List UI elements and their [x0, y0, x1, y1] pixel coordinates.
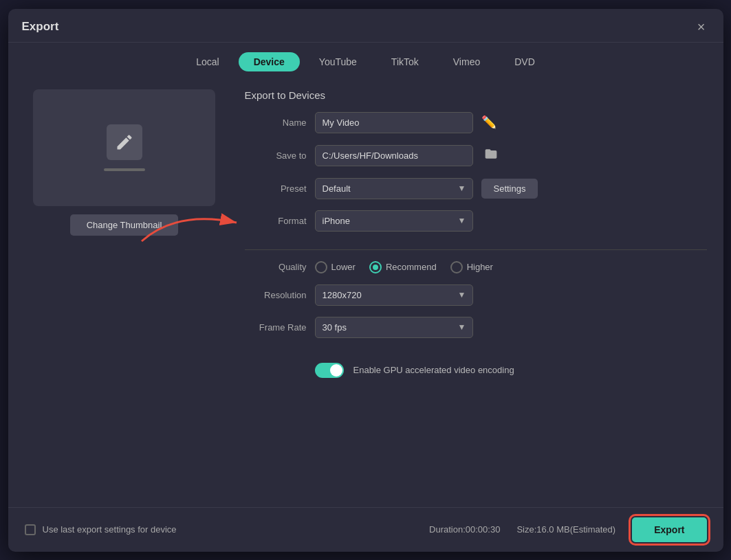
left-panel: Change Thumbnail: [25, 89, 224, 496]
thumbnail-preview: [33, 89, 215, 206]
format-select[interactable]: iPhone: [315, 210, 473, 232]
name-label: Name: [245, 117, 307, 128]
modal-body: Change Thumbnail Export to Devices Name …: [8, 78, 723, 507]
tab-vimeo[interactable]: Vimeo: [438, 52, 495, 71]
format-label: Format: [245, 216, 307, 226]
quality-higher[interactable]: Higher: [450, 261, 493, 273]
name-row: Name ✏️: [245, 112, 707, 133]
quality-options: Lower Recommend Higher: [315, 261, 493, 273]
save-to-input[interactable]: [315, 145, 473, 166]
frame-rate-label: Frame Rate: [245, 322, 307, 333]
right-panel: Export to Devices Name ✏️ Save to Pres: [245, 89, 707, 496]
export-button[interactable]: Export: [632, 517, 706, 542]
modal-footer: Use last export settings for device Dura…: [8, 507, 723, 552]
gpu-toggle-label: Enable GPU accelerated video encoding: [353, 365, 514, 375]
modal-header: Export ×: [8, 9, 723, 43]
edit-icon: [115, 133, 134, 152]
quality-recommend-radio[interactable]: [369, 261, 382, 273]
name-input[interactable]: [315, 112, 473, 133]
frame-rate-row: Frame Rate 30 fps ▼: [245, 317, 707, 338]
tab-local[interactable]: Local: [181, 52, 234, 71]
format-select-wrap: iPhone ▼: [315, 210, 473, 232]
gpu-toggle-row: Enable GPU accelerated video encoding: [245, 363, 707, 378]
ai-icon[interactable]: ✏️: [481, 115, 497, 130]
browse-folder-button[interactable]: [481, 144, 501, 167]
quality-label: Quality: [245, 262, 307, 272]
tab-tiktok[interactable]: TikTok: [376, 52, 434, 71]
resolution-select[interactable]: 1280x720: [315, 284, 473, 306]
section-title: Export to Devices: [245, 89, 707, 101]
thumbnail-icon: [107, 124, 142, 160]
save-to-row: Save to: [245, 144, 707, 167]
use-last-settings-checkbox[interactable]: [25, 524, 36, 535]
tab-dvd[interactable]: DVD: [499, 52, 550, 71]
tab-device[interactable]: Device: [239, 52, 300, 71]
footer-right: Duration:00:00:30 Size:16.0 MB(Estimated…: [429, 517, 706, 542]
close-button[interactable]: ×: [693, 19, 710, 35]
quality-lower-radio[interactable]: [315, 261, 327, 273]
quality-lower[interactable]: Lower: [315, 261, 356, 273]
footer-left: Use last export settings for device: [25, 524, 177, 535]
resolution-row: Resolution 1280x720 ▼: [245, 284, 707, 306]
frame-rate-select[interactable]: 30 fps: [315, 317, 473, 338]
size-display: Size:16.0 MB(Estimated): [516, 524, 615, 535]
thumbnail-line: [104, 168, 145, 171]
export-modal: Export × Local Device YouTube TikTok Vim…: [8, 9, 723, 552]
resolution-select-wrap: 1280x720 ▼: [315, 284, 473, 306]
quality-row: Quality Lower Recommend Higher: [245, 261, 707, 273]
change-thumbnail-button[interactable]: Change Thumbnail: [70, 214, 179, 236]
tab-youtube[interactable]: YouTube: [304, 52, 372, 71]
preset-select-wrap: Default ▼: [315, 178, 473, 199]
settings-button[interactable]: Settings: [481, 179, 538, 199]
save-to-label: Save to: [245, 150, 307, 161]
preset-label: Preset: [245, 183, 307, 194]
folder-icon: [484, 147, 498, 161]
divider: [245, 249, 707, 250]
gpu-toggle[interactable]: [315, 363, 344, 378]
quality-recommend[interactable]: Recommend: [369, 261, 437, 273]
frame-rate-select-wrap: 30 fps ▼: [315, 317, 473, 338]
resolution-label: Resolution: [245, 290, 307, 300]
quality-higher-radio[interactable]: [450, 261, 463, 273]
preset-row: Preset Default ▼ Settings: [245, 178, 707, 199]
tab-bar: Local Device YouTube TikTok Vimeo DVD: [8, 43, 723, 78]
use-last-settings-label: Use last export settings for device: [43, 524, 177, 535]
preset-select[interactable]: Default: [315, 178, 473, 199]
format-row: Format iPhone ▼: [245, 210, 707, 232]
modal-title: Export: [22, 20, 59, 34]
duration-display: Duration:00:00:30: [429, 524, 500, 535]
